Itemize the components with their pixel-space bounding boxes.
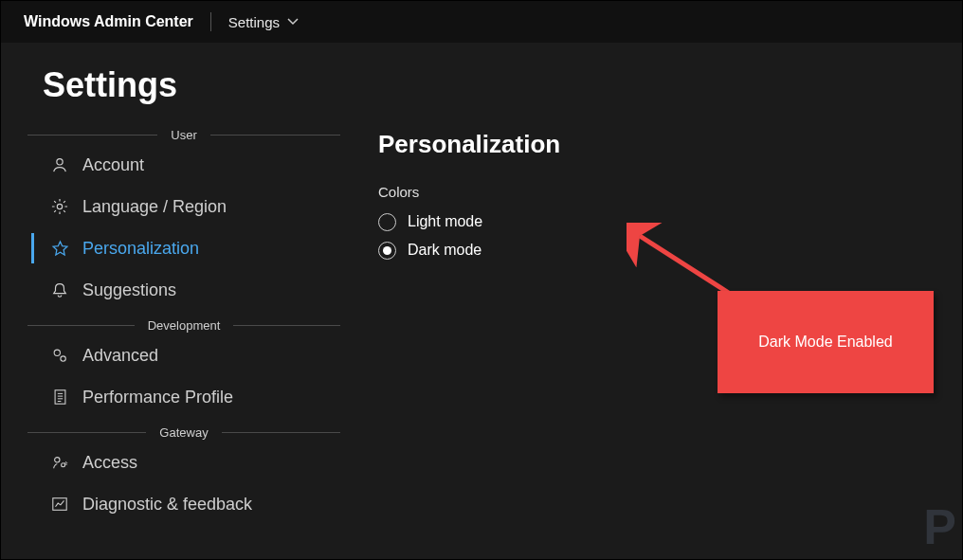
person-icon bbox=[50, 155, 69, 174]
nav-label: Diagnostic & feedback bbox=[82, 495, 252, 515]
sidebar: User Account Language / Region Personali… bbox=[27, 111, 340, 525]
svg-rect-4 bbox=[55, 390, 65, 404]
section-label: Gateway bbox=[146, 425, 221, 440]
gear-icon bbox=[50, 197, 69, 216]
chevron-down-icon bbox=[287, 18, 299, 26]
sidebar-item-diagnostic-feedback[interactable]: Diagnostic & feedback bbox=[27, 483, 340, 525]
nav-label: Advanced bbox=[82, 346, 158, 366]
radio-label: Dark mode bbox=[408, 242, 482, 259]
star-icon bbox=[50, 239, 69, 258]
svg-point-0 bbox=[57, 159, 63, 165]
sidebar-item-account[interactable]: Account bbox=[27, 144, 340, 186]
colors-group-label: Colors bbox=[378, 184, 962, 200]
section-label: Development bbox=[135, 318, 234, 333]
key-person-icon bbox=[50, 453, 69, 472]
app-title: Windows Admin Center bbox=[24, 13, 193, 30]
callout-text: Dark Mode Enabled bbox=[758, 334, 892, 351]
sidebar-item-performance-profile[interactable]: Performance Profile bbox=[27, 376, 340, 418]
section-header-development: Development bbox=[27, 318, 340, 333]
section-label: User bbox=[157, 128, 209, 142]
nav-label: Language / Region bbox=[82, 197, 227, 217]
sidebar-item-language-region[interactable]: Language / Region bbox=[27, 186, 340, 227]
sidebar-item-suggestions[interactable]: Suggestions bbox=[27, 269, 340, 311]
document-icon bbox=[50, 388, 69, 406]
breadcrumb-label: Settings bbox=[228, 14, 280, 30]
bell-icon bbox=[50, 280, 69, 299]
svg-point-5 bbox=[55, 458, 60, 462]
radio-light-mode[interactable]: Light mode bbox=[378, 208, 962, 236]
section-header-user: User bbox=[27, 128, 340, 142]
svg-point-3 bbox=[61, 356, 65, 361]
nav-label: Personalization bbox=[82, 239, 199, 259]
sidebar-item-personalization[interactable]: Personalization bbox=[27, 227, 340, 269]
nav-label: Access bbox=[82, 453, 137, 473]
nav-label: Suggestions bbox=[82, 280, 176, 300]
page-title: Settings bbox=[1, 43, 962, 111]
radio-dark-mode[interactable]: Dark mode bbox=[378, 236, 962, 264]
radio-icon bbox=[378, 213, 396, 231]
breadcrumb-settings[interactable]: Settings bbox=[228, 14, 299, 30]
section-header-gateway: Gateway bbox=[27, 425, 340, 440]
watermark-logo: P bbox=[923, 498, 956, 555]
radio-icon-selected bbox=[378, 242, 396, 260]
main-title: Personalization bbox=[378, 130, 962, 159]
nav-label: Account bbox=[82, 155, 144, 175]
radio-label: Light mode bbox=[408, 213, 482, 230]
topbar-divider bbox=[210, 12, 211, 31]
top-bar: Windows Admin Center Settings bbox=[1, 1, 962, 43]
svg-point-2 bbox=[54, 350, 60, 355]
callout-box: Dark Mode Enabled bbox=[718, 291, 934, 393]
nav-label: Performance Profile bbox=[82, 388, 233, 407]
chart-icon bbox=[50, 495, 69, 514]
gears-icon bbox=[50, 346, 69, 365]
sidebar-item-advanced[interactable]: Advanced bbox=[27, 334, 340, 376]
sidebar-item-access[interactable]: Access bbox=[27, 442, 340, 483]
svg-point-1 bbox=[57, 204, 62, 208]
